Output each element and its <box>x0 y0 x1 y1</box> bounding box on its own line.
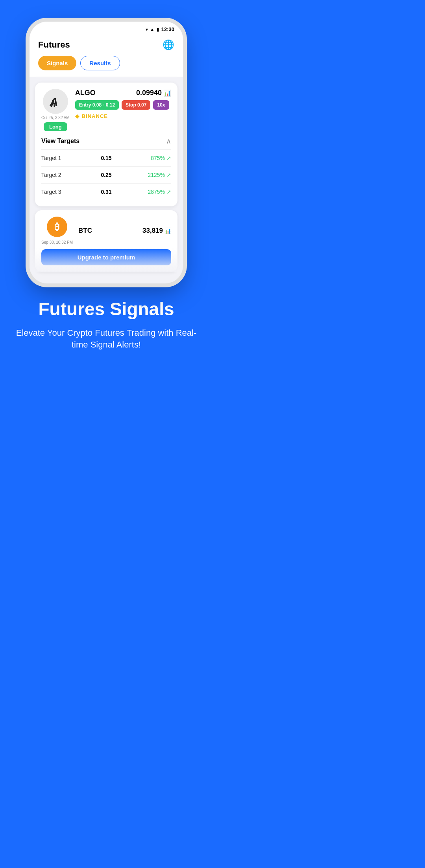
btc-chart-icon: 📊 <box>164 228 171 234</box>
btc-logo: ₿ <box>47 217 67 237</box>
btc-logo-wrap: ₿ Sep 30, 10:32 PM <box>41 217 73 245</box>
target-1-label: Target 1 <box>41 155 85 161</box>
btc-section: ₿ Sep 30, 10:32 PM BTC 33,819 📊 Upgrade … <box>30 210 183 272</box>
target-row-3: Target 3 0.31 2875% ↗ <box>41 184 171 200</box>
tab-signals[interactable]: Signals <box>38 56 76 70</box>
status-bar: ▾ ▲ ▮ 12:30 <box>30 22 183 35</box>
btc-name-row: BTC 33,819 📊 <box>78 227 171 235</box>
btc-header: ₿ Sep 30, 10:32 PM BTC 33,819 📊 <box>41 217 171 245</box>
arrow-up-icon-3: ↗ <box>166 189 171 195</box>
btc-date: Sep 30, 10:32 PM <box>41 240 73 245</box>
stop-badge: Stop 0.07 <box>122 100 150 110</box>
btc-name: BTC <box>78 227 92 235</box>
battery-icon: ▮ <box>157 27 159 32</box>
svg-text:λ: λ <box>50 99 55 109</box>
algo-logo: A λ <box>43 89 68 114</box>
target-1-pct-wrap: 875% ↗ <box>128 155 171 161</box>
sub-headline: Elevate Your Crypto Futures Trading with… <box>12 327 201 351</box>
algo-signal-card: A λ Oct 25, 3:32 AM Long ALGO 0.09940 📊 <box>35 83 177 206</box>
target-3-pct-wrap: 2875% ↗ <box>128 189 171 195</box>
binance-text: BINANCE <box>82 113 108 119</box>
target-2-value: 0.25 <box>85 172 128 178</box>
chevron-up-icon: ∧ <box>166 137 171 145</box>
main-headline: Futures Signals <box>12 299 201 319</box>
target-3-label: Target 3 <box>41 189 85 195</box>
bottom-section: Futures Signals Elevate Your Crypto Futu… <box>0 283 213 371</box>
entry-badge: Entry 0.08 - 0.12 <box>75 100 119 110</box>
target-3-pct: 2875% <box>148 189 165 195</box>
coin-logo-wrap: A λ Oct 25, 3:32 AM Long <box>41 89 70 131</box>
binance-icon: ◆ <box>75 113 79 119</box>
phone-frame: ▾ ▲ ▮ 12:30 Futures 🌐 Signals Results A … <box>30 22 183 283</box>
badges-row: Entry 0.08 - 0.12 Stop 0.07 10x <box>75 100 171 110</box>
target-1-pct: 875% <box>151 155 165 161</box>
signal-icon: ▲ <box>150 27 155 32</box>
coin-name: ALGO <box>75 89 96 97</box>
target-row-1: Target 1 0.15 875% ↗ <box>41 150 171 166</box>
btc-price-wrap: 33,819 📊 <box>142 227 171 235</box>
algo-date: Oct 25, 3:32 AM <box>41 116 70 120</box>
fade-overlay <box>30 248 183 272</box>
btc-price: 33,819 <box>142 227 163 235</box>
status-time: 12:30 <box>161 26 174 32</box>
tab-row: Signals Results <box>30 56 183 77</box>
target-2-pct-wrap: 2125% ↗ <box>128 172 171 178</box>
view-targets-header[interactable]: View Targets ∧ <box>41 131 171 149</box>
target-1-value: 0.15 <box>85 155 128 161</box>
long-badge: Long <box>44 122 67 131</box>
arrow-up-icon-2: ↗ <box>166 172 171 178</box>
app-header: Futures 🌐 <box>30 35 183 56</box>
status-icons: ▾ ▲ ▮ 12:30 <box>146 26 174 32</box>
target-3-value: 0.31 <box>85 189 128 195</box>
coin-price-wrap: 0.09940 📊 <box>136 89 171 97</box>
divider <box>36 77 177 77</box>
arrow-up-icon-1: ↗ <box>166 155 171 161</box>
view-targets-title: View Targets <box>41 138 79 145</box>
leverage-badge: 10x <box>153 100 169 110</box>
coin-header: A λ Oct 25, 3:32 AM Long ALGO 0.09940 📊 <box>41 89 171 131</box>
chart-bar-icon: 📊 <box>163 89 171 97</box>
target-2-label: Target 2 <box>41 172 85 178</box>
algo-svg-icon: A λ <box>48 94 63 109</box>
coin-info: ALGO 0.09940 📊 Entry 0.08 - 0.12 Stop 0.… <box>75 89 171 122</box>
tab-results[interactable]: Results <box>80 56 120 70</box>
target-row-2: Target 2 0.25 2125% ↗ <box>41 167 171 183</box>
coin-price: 0.09940 <box>136 89 162 97</box>
exchange-row: ◆ BINANCE <box>75 113 171 119</box>
wifi-icon: ▾ <box>146 27 148 32</box>
target-2-pct: 2125% <box>148 172 165 178</box>
app-title: Futures <box>38 40 70 50</box>
coin-name-row: ALGO 0.09940 📊 <box>75 89 171 97</box>
globe-icon[interactable]: 🌐 <box>163 39 174 50</box>
btc-info: BTC 33,819 📊 <box>78 227 171 235</box>
